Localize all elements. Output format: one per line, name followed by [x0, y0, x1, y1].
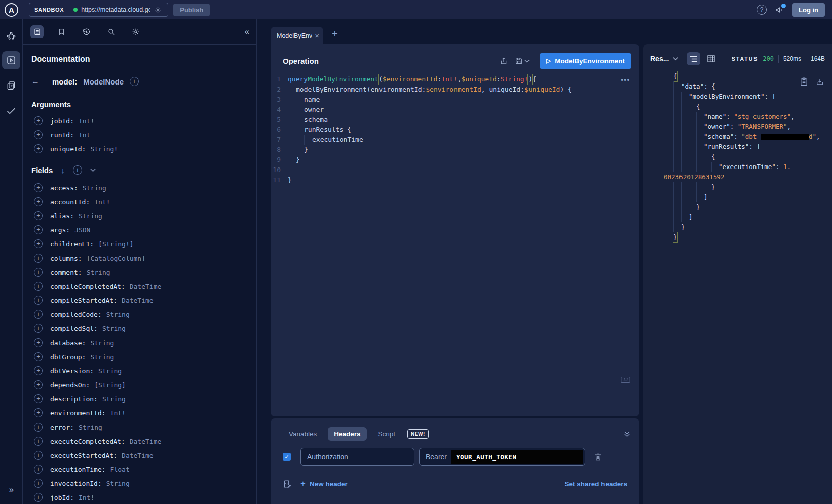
field-name[interactable]: compiledSql: — [50, 325, 98, 332]
breadcrumb-type[interactable]: ModelNode — [83, 77, 124, 86]
field-type[interactable]: String — [102, 395, 126, 403]
schema-field-row[interactable]: +compileCompletedAt: DateTime — [31, 279, 248, 293]
schema-field-row[interactable]: +args: JSON — [31, 223, 248, 237]
field-name[interactable]: invocationId: — [50, 480, 102, 487]
field-type[interactable]: String! — [90, 145, 118, 153]
save-chevron-down-icon[interactable] — [524, 59, 530, 63]
field-name[interactable]: runId: — [50, 131, 74, 139]
add-to-operation-icon[interactable]: + — [34, 144, 43, 153]
schema-field-row[interactable]: +executeCompletedAt: DateTime — [31, 434, 248, 448]
add-to-operation-icon[interactable]: + — [34, 465, 43, 474]
field-type[interactable]: DateTime — [122, 452, 154, 459]
field-type[interactable]: [String] — [94, 381, 126, 389]
field-type[interactable]: Int! — [79, 494, 94, 501]
add-to-operation-icon[interactable]: + — [34, 116, 43, 125]
schema-field-row[interactable]: +invocationId: String — [31, 476, 248, 490]
schema-field-row[interactable]: +database: String — [31, 335, 248, 350]
add-to-operation-icon[interactable]: + — [34, 296, 43, 305]
add-to-operation-icon[interactable]: + — [34, 366, 43, 375]
endpoint-url[interactable]: https://metadata.cloud.get — [81, 6, 150, 13]
delete-header-icon[interactable] — [594, 453, 602, 461]
field-type[interactable]: String — [79, 212, 102, 220]
schema-field-row[interactable]: +dbtGroup: String — [31, 350, 248, 364]
add-to-operation-icon[interactable]: + — [34, 493, 43, 502]
field-name[interactable]: childrenL1: — [50, 240, 94, 248]
schema-field-row[interactable]: +accountId: Int! — [31, 195, 248, 209]
response-dropdown-chevron-icon[interactable] — [673, 57, 678, 61]
add-to-operation-icon[interactable]: + — [34, 183, 43, 192]
saved-operations-bookmark-icon[interactable] — [55, 25, 68, 38]
keyboard-shortcuts-icon[interactable] — [621, 376, 630, 383]
add-to-operation-icon[interactable]: + — [34, 479, 43, 488]
field-type[interactable]: String — [98, 367, 122, 375]
field-name[interactable]: error: — [50, 424, 74, 431]
sort-fields-icon[interactable]: ↓ — [61, 166, 65, 175]
header-value-input[interactable]: Bearer YOUR_AUTH_TOKEN — [419, 448, 585, 466]
schema-field-row[interactable]: +columns: [CatalogColumn] — [31, 251, 248, 265]
graphql-code-editor[interactable]: 1query ModelByEnvironment($environmentId… — [271, 74, 639, 185]
add-to-operation-icon[interactable]: + — [34, 225, 43, 234]
schema-field-row[interactable]: +executeStartedAt: DateTime — [31, 448, 248, 462]
schema-field-row[interactable]: +compiledCode: String — [31, 307, 248, 321]
field-type[interactable]: DateTime — [122, 297, 154, 304]
search-icon[interactable] — [104, 25, 118, 38]
field-name[interactable]: database: — [50, 339, 86, 347]
schema-field-row[interactable]: +error: String — [31, 420, 248, 434]
add-to-operation-icon[interactable]: + — [34, 394, 43, 403]
nav-explorer-icon[interactable] — [2, 51, 20, 69]
field-type[interactable]: String — [90, 339, 114, 347]
add-to-operation-icon[interactable]: + — [34, 380, 43, 389]
header-enabled-checkbox[interactable]: ✓ — [283, 453, 291, 461]
add-to-operation-icon[interactable]: + — [34, 408, 43, 417]
field-name[interactable]: compiledCode: — [50, 311, 102, 318]
field-type[interactable]: String — [83, 184, 106, 192]
field-type[interactable]: DateTime — [130, 438, 162, 445]
history-icon[interactable] — [80, 25, 93, 38]
endpoint-url-box[interactable]: https://metadata.cloud.get — [69, 6, 168, 14]
share-operation-icon[interactable] — [500, 57, 508, 65]
add-to-operation-icon[interactable]: + — [34, 130, 43, 139]
field-type[interactable]: [String!] — [98, 240, 133, 248]
schema-field-row[interactable]: +compileStartedAt: DateTime — [31, 293, 248, 307]
field-name[interactable]: executeStartedAt: — [50, 452, 117, 459]
field-type[interactable]: String — [106, 480, 130, 487]
field-name[interactable]: columns: — [50, 255, 82, 262]
nav-checks-icon[interactable] — [2, 102, 20, 120]
explorer-settings-gear-icon[interactable] — [129, 25, 142, 38]
chevron-down-icon[interactable] — [90, 168, 96, 172]
connection-settings-gear-icon[interactable] — [154, 6, 162, 14]
add-to-operation-icon[interactable]: + — [34, 197, 43, 206]
schema-field-row[interactable]: +description: String — [31, 392, 248, 406]
field-type[interactable]: String — [106, 311, 130, 318]
schema-field-row[interactable]: +jobId: Int! — [31, 490, 248, 504]
new-tab-icon[interactable]: + — [332, 28, 338, 40]
schema-field-row[interactable]: +environmentId: Int! — [31, 406, 248, 420]
field-type[interactable]: DateTime — [130, 283, 162, 290]
schema-field-row[interactable]: +jobId: Int! — [31, 114, 248, 128]
field-name[interactable]: dbtGroup: — [50, 353, 86, 361]
nav-changelog-icon[interactable] — [2, 76, 20, 95]
tab-headers[interactable]: Headers — [328, 427, 366, 441]
publish-button[interactable]: Publish — [173, 4, 210, 16]
field-name[interactable]: dependsOn: — [50, 381, 90, 389]
field-type[interactable]: Int! — [94, 198, 110, 206]
schema-field-row[interactable]: +access: String — [31, 181, 248, 195]
field-type[interactable]: Float — [110, 466, 130, 473]
apollo-logo-icon[interactable]: A — [5, 3, 18, 17]
response-json-viewer[interactable]: {"data": {"modelByEnvironment": [{"name"… — [643, 71, 832, 242]
field-name[interactable]: executionTime: — [50, 466, 106, 473]
add-to-operation-icon[interactable]: + — [34, 324, 43, 333]
field-name[interactable]: uniqueId: — [50, 145, 86, 153]
field-name[interactable]: args: — [50, 226, 70, 234]
field-type[interactable]: String — [87, 269, 110, 276]
announcements-icon[interactable] — [775, 6, 784, 14]
collapse-panel-icon[interactable] — [624, 431, 630, 437]
table-view-toggle-icon[interactable] — [704, 52, 718, 65]
back-arrow-icon[interactable]: ← — [31, 77, 39, 86]
field-name[interactable]: compileCompletedAt: — [50, 283, 125, 290]
field-name[interactable]: executeCompletedAt: — [50, 438, 125, 445]
field-type[interactable]: Int — [79, 131, 90, 139]
add-to-operation-icon[interactable]: + — [34, 268, 43, 277]
login-button[interactable]: Log in — [792, 3, 825, 17]
field-type[interactable]: [CatalogColumn] — [87, 255, 145, 262]
